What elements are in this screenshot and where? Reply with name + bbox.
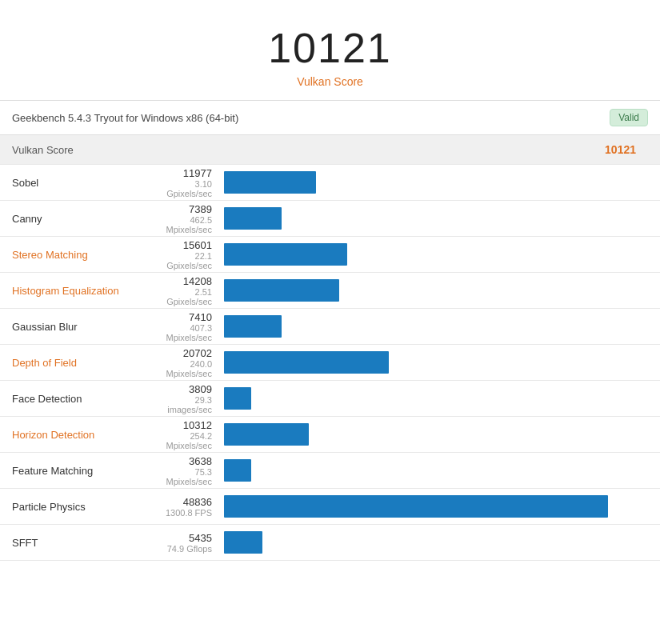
table-row: Stereo Matching 15601 22.1 Gpixels/sec: [0, 237, 660, 273]
row-score: 7410 407.3 Mpixels/sec: [148, 310, 220, 344]
table-row: Face Detection 3809 29.3 images/sec: [0, 381, 660, 417]
score-number: 7410: [148, 311, 212, 323]
row-score: 7389 462.5 Mpixels/sec: [148, 202, 220, 236]
row-score: 20702 240.0 Mpixels/sec: [148, 346, 220, 380]
row-label: Feature Matching: [0, 458, 148, 483]
score-unit: 462.5 Mpixels/sec: [148, 215, 212, 234]
bar-container: [220, 381, 660, 416]
score-number: 7389: [148, 203, 212, 215]
score-unit: 22.1 Gpixels/sec: [148, 251, 212, 270]
bar: [224, 351, 389, 374]
bar-container: [220, 489, 660, 524]
bar-container: [220, 165, 660, 200]
bar: [224, 387, 251, 410]
table-row: SFFT 5435 74.9 Gflops: [0, 525, 660, 561]
bar: [224, 207, 282, 230]
table-row: Feature Matching 3638 75.3 Mpixels/sec: [0, 453, 660, 489]
info-bar-text: Geekbench 5.4.3 Tryout for Windows x86 (…: [12, 112, 238, 124]
score-number: 14208: [148, 275, 212, 287]
table-row: Sobel 11977 3.10 Gpixels/sec: [0, 165, 660, 201]
score-unit: 75.3 Mpixels/sec: [148, 467, 212, 486]
row-label: Face Detection: [0, 386, 148, 411]
main-score: 10121: [16, 24, 644, 72]
bar: [224, 171, 316, 194]
row-label: Stereo Matching: [0, 242, 148, 267]
score-unit: 2.51 Gpixels/sec: [148, 287, 212, 306]
row-score: 3638 75.3 Mpixels/sec: [148, 454, 220, 488]
score-number: 48836: [148, 496, 212, 508]
summary-label: Vulkan Score: [12, 144, 160, 156]
score-number: 20702: [148, 347, 212, 359]
bar: [224, 495, 608, 518]
bar: [224, 279, 339, 302]
row-score: 5435 74.9 Gflops: [148, 530, 220, 555]
bar-container: [220, 273, 660, 308]
bar-container: [220, 345, 660, 380]
score-number: 10312: [148, 419, 212, 431]
bar-container: [220, 453, 660, 488]
bar-container: [220, 309, 660, 344]
row-score: 14208 2.51 Gpixels/sec: [148, 274, 220, 308]
row-label: Particle Physics: [0, 494, 148, 519]
score-unit: 407.3 Mpixels/sec: [148, 323, 212, 342]
header-section: 10121 Vulkan Score: [0, 0, 660, 101]
bar-container: [220, 201, 660, 236]
score-number: 5435: [148, 532, 212, 544]
score-number: 3809: [148, 383, 212, 395]
row-score: 48836 1300.8 FPS: [148, 494, 220, 519]
row-label: SFFT: [0, 530, 148, 555]
summary-row: Vulkan Score 10121: [0, 135, 660, 165]
row-label: Canny: [0, 206, 148, 231]
score-unit: 74.9 Gflops: [148, 544, 212, 554]
score-label: Vulkan Score: [16, 75, 644, 88]
score-number: 11977: [148, 167, 212, 179]
valid-badge: Valid: [610, 109, 648, 126]
summary-value: 10121: [605, 143, 648, 156]
bar-container: [220, 417, 660, 452]
row-label: Horizon Detection: [0, 422, 148, 447]
table-row: Depth of Field 20702 240.0 Mpixels/sec: [0, 345, 660, 381]
row-score: 11977 3.10 Gpixels/sec: [148, 166, 220, 200]
bar: [224, 531, 262, 554]
bar: [224, 459, 251, 482]
table-row: Horizon Detection 10312 254.2 Mpixels/se…: [0, 417, 660, 453]
results-table: Vulkan Score 10121 Sobel 11977 3.10 Gpix…: [0, 135, 660, 561]
info-bar: Geekbench 5.4.3 Tryout for Windows x86 (…: [0, 101, 660, 135]
score-unit: 240.0 Mpixels/sec: [148, 359, 212, 378]
score-number: 15601: [148, 239, 212, 251]
bar: [224, 315, 282, 338]
row-label: Sobel: [0, 170, 148, 195]
bar-container: [220, 525, 660, 560]
row-score: 3809 29.3 images/sec: [148, 382, 220, 416]
table-row: Particle Physics 48836 1300.8 FPS: [0, 489, 660, 525]
score-unit: 1300.8 FPS: [148, 508, 212, 518]
score-unit: 3.10 Gpixels/sec: [148, 179, 212, 198]
bar-container: [220, 237, 660, 272]
bar: [224, 243, 347, 266]
row-score: 15601 22.1 Gpixels/sec: [148, 238, 220, 272]
table-row: Gaussian Blur 7410 407.3 Mpixels/sec: [0, 309, 660, 345]
table-row: Canny 7389 462.5 Mpixels/sec: [0, 201, 660, 237]
table-row: Histogram Equalization 14208 2.51 Gpixel…: [0, 273, 660, 309]
score-unit: 254.2 Mpixels/sec: [148, 431, 212, 450]
row-score: 10312 254.2 Mpixels/sec: [148, 418, 220, 452]
score-unit: 29.3 images/sec: [148, 395, 212, 414]
row-label: Histogram Equalization: [0, 278, 148, 303]
score-number: 3638: [148, 455, 212, 467]
row-label: Gaussian Blur: [0, 314, 148, 339]
bar: [224, 423, 309, 446]
row-label: Depth of Field: [0, 350, 148, 375]
